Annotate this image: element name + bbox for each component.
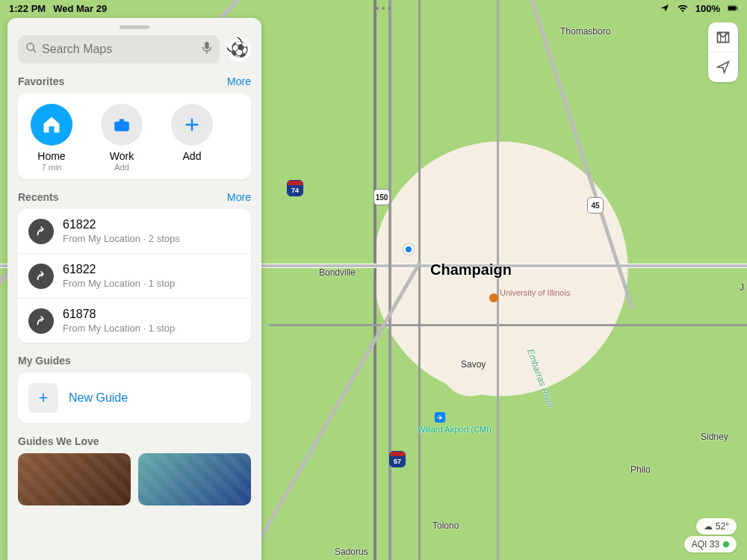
favorite-home[interactable]: Home 7 min xyxy=(22,104,81,172)
recents-heading: Recents xyxy=(18,191,58,203)
favorites-card: Home 7 min Work Add Add xyxy=(18,93,251,179)
map-label: Willard Airport (CMI) xyxy=(418,425,492,434)
map-label: Sidney xyxy=(701,432,728,442)
airport-icon: ✈ xyxy=(435,412,445,423)
map-label: University of Illinois xyxy=(500,288,570,297)
status-battery-pct: 100% xyxy=(695,3,720,14)
wifi-icon xyxy=(678,3,688,13)
favorite-sublabel: 7 min xyxy=(22,163,81,172)
recent-subtitle: From My Location · 1 stop xyxy=(63,323,175,334)
favorite-label: Work xyxy=(93,150,151,162)
route-shield-i74: 74 xyxy=(287,180,303,196)
recent-item[interactable]: 61822From My Location · 1 stop xyxy=(18,254,251,299)
aqi-status-dot xyxy=(723,541,729,547)
profile-avatar[interactable]: ⚽ xyxy=(227,37,251,61)
new-guide-button[interactable]: + New Guide xyxy=(18,373,251,423)
battery-icon xyxy=(728,3,738,13)
svg-rect-6 xyxy=(114,122,129,131)
route-shield-us150: 150 xyxy=(374,189,390,205)
search-icon xyxy=(25,42,37,57)
favorites-more-link[interactable]: More xyxy=(227,75,251,87)
status-date: Wed Mar 29 xyxy=(53,3,107,14)
map-label: Embarras River xyxy=(525,347,557,409)
aqi-pill[interactable]: AQI 33 xyxy=(684,536,737,553)
favorites-heading: Favorites xyxy=(18,75,64,87)
my-guides-heading: My Guides xyxy=(18,355,71,367)
recent-subtitle: From My Location · 1 stop xyxy=(63,278,175,289)
map-label: Tolono xyxy=(433,520,459,531)
svg-rect-5 xyxy=(205,42,208,49)
svg-line-4 xyxy=(33,49,36,52)
guides-we-love-row xyxy=(18,453,251,505)
location-services-icon xyxy=(660,3,670,13)
status-time: 1:22 PM xyxy=(9,3,46,14)
search-input[interactable] xyxy=(42,43,197,56)
recent-title: 61878 xyxy=(63,308,175,321)
briefcase-icon xyxy=(101,104,143,146)
recent-title: 61822 xyxy=(63,263,175,276)
map-layers-button[interactable] xyxy=(708,22,738,52)
map-label: J xyxy=(740,282,744,293)
svg-rect-1 xyxy=(728,7,737,10)
map-mode-controls xyxy=(708,22,738,82)
directions-icon xyxy=(28,264,54,289)
map-label: Savoy xyxy=(461,359,486,370)
guide-tile[interactable] xyxy=(18,453,131,505)
city-label-champaign: Champaign xyxy=(430,261,512,279)
search-field-container[interactable] xyxy=(18,35,220,63)
svg-rect-2 xyxy=(737,7,738,10)
aqi-value: AQI 33 xyxy=(692,539,719,550)
recent-title: 61822 xyxy=(63,218,180,231)
map-label: Thomasboro xyxy=(560,26,610,37)
multitask-dots[interactable] xyxy=(376,7,391,10)
route-shield-us45: 45 xyxy=(587,197,604,214)
search-sidebar: ⚽ Favorites More Home 7 min Work Add Add… xyxy=(7,18,261,560)
plus-icon xyxy=(171,104,213,146)
weather-pill[interactable]: ☁︎ 52° xyxy=(696,518,737,535)
svg-rect-7 xyxy=(120,119,125,122)
cloud-icon: ☁︎ xyxy=(704,521,713,532)
favorite-label: Home xyxy=(22,150,81,162)
new-guide-label: New Guide xyxy=(69,391,128,405)
locate-me-button[interactable] xyxy=(708,52,738,82)
weather-temp: 52° xyxy=(716,521,729,532)
recent-item[interactable]: 61822From My Location · 2 stops xyxy=(18,209,251,254)
svg-point-3 xyxy=(27,43,34,50)
route-shield-i57: 57 xyxy=(389,451,406,467)
status-bar: 1:22 PM Wed Mar 29 100% xyxy=(0,0,747,16)
recents-more-link[interactable]: More xyxy=(227,191,251,203)
recent-item[interactable]: 61878From My Location · 1 stop xyxy=(18,299,251,343)
dictate-icon[interactable] xyxy=(202,41,212,57)
map-label: Sadorus xyxy=(335,547,368,557)
drag-handle[interactable] xyxy=(120,25,149,29)
guides-we-love-heading: Guides We Love xyxy=(18,435,99,447)
map-label: Philo xyxy=(630,464,651,475)
guide-tile[interactable] xyxy=(138,453,251,505)
directions-icon xyxy=(28,219,54,244)
university-icon xyxy=(489,293,498,302)
map-label: Bondville xyxy=(319,267,356,278)
house-icon xyxy=(31,104,72,146)
plus-icon: + xyxy=(28,383,58,413)
favorite-sublabel: Add xyxy=(93,163,151,172)
current-location-dot xyxy=(403,244,414,255)
directions-icon xyxy=(28,308,54,334)
favorite-label: Add xyxy=(163,150,221,162)
recent-subtitle: From My Location · 2 stops xyxy=(63,233,180,244)
favorite-work[interactable]: Work Add xyxy=(93,104,151,172)
favorite-add[interactable]: Add xyxy=(163,104,221,172)
recents-card: 61822From My Location · 2 stops 61822Fro… xyxy=(18,209,251,343)
